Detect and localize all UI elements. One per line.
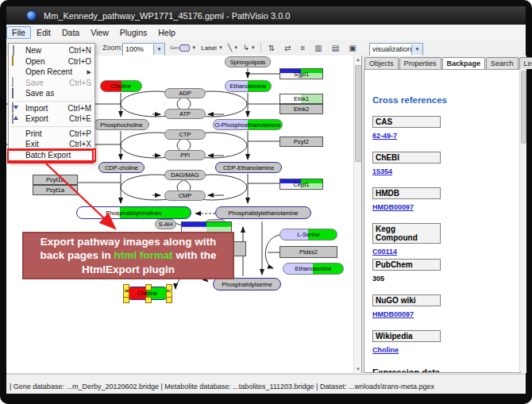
xref-database-name: Kegg Compound: [372, 223, 441, 244]
stack-horizontal-button[interactable]: ▥: [312, 40, 324, 55]
file-menu-item-exit[interactable]: ExitCtrl+X: [9, 139, 94, 150]
selection-handle[interactable]: [166, 284, 172, 290]
menu-item-shortcut: Ctrl+X: [69, 140, 91, 148]
menu-file[interactable]: File: [6, 26, 31, 39]
draw-connector-button[interactable]: ↳▼: [241, 40, 258, 55]
add-label-button[interactable]: Label▼: [199, 40, 226, 55]
draw-line-button[interactable]: ╲▼: [226, 40, 241, 55]
menu-item-shortcut: Ctrl+O: [68, 57, 91, 66]
ethanolamine-node[interactable]: Ethanolamine: [225, 80, 272, 92]
distribute-vertical-icon: ▤: [332, 44, 339, 52]
ppi-node[interactable]: PPi: [164, 150, 206, 160]
file-menu-item-import[interactable]: ImportCtrl+M: [9, 103, 94, 114]
selection-handle[interactable]: [166, 297, 172, 303]
xref-link[interactable]: HMDB00097: [372, 203, 515, 211]
backpage-scrollbar[interactable]: [519, 69, 526, 371]
zoom-dropdown-arrow[interactable]: ▼: [153, 44, 164, 55]
s-ah-node[interactable]: S-AH: [155, 219, 176, 229]
menu-plugins[interactable]: Plugins: [114, 26, 152, 39]
etnk2-node[interactable]: Etnk2: [279, 104, 323, 114]
etnk1-node[interactable]: Etnk1: [279, 94, 323, 104]
cdp-ethanolamine-node[interactable]: CDP-Ethanolamine: [215, 162, 282, 173]
selection-handle[interactable]: [123, 284, 129, 290]
cmp-node[interactable]: CMP: [164, 190, 206, 201]
atp-node[interactable]: ATP: [164, 109, 206, 119]
xref-section-nugo-wiki: NuGO wikiHMDB00097: [372, 294, 515, 318]
selection-handle[interactable]: [145, 297, 152, 303]
menu-item-label: Save: [25, 79, 64, 87]
status-bar: | Gene database: ...m_Derby_20120602.bri…: [6, 374, 526, 394]
dag-mag-node[interactable]: DAG/MAG: [164, 170, 206, 180]
submenu-arrow-icon: ▶: [87, 69, 91, 75]
xref-link[interactable]: 15354: [372, 167, 515, 175]
menu-view[interactable]: View: [85, 26, 114, 39]
visualization-select[interactable]: visualization ▼: [369, 43, 423, 56]
tab-properties[interactable]: Properties: [399, 57, 441, 69]
phosphatidylserine-node[interactable]: Phosphatidylserine: [213, 278, 281, 290]
align-center-vertical-button[interactable]: ⇅: [266, 40, 277, 55]
file-menu-item-save-as[interactable]: Save as: [9, 88, 94, 99]
pcyt1a-node[interactable]: Pcyt1a: [33, 185, 78, 195]
stack-vertical-button[interactable]: ≡: [298, 40, 307, 55]
cross-references-heading: Cross references: [372, 95, 447, 105]
visualization-dropdown-arrow[interactable]: ▼: [411, 44, 422, 55]
file-menu-item-open[interactable]: OpenCtrl+O: [9, 56, 94, 67]
ethanolamine-2-node[interactable]: Ethanolamine: [283, 263, 344, 275]
xref-link[interactable]: Choline: [372, 346, 515, 354]
tab-search[interactable]: Search: [486, 57, 519, 69]
xref-database-name: Wikipedia: [372, 330, 441, 342]
selection-handle[interactable]: [145, 284, 152, 290]
cept1-node[interactable]: Cept1: [279, 179, 323, 190]
title-bar[interactable]: Mm_Kennedy_pathway_WP1771_45176.gpml - P…: [6, 6, 526, 25]
phosphocholine-node[interactable]: Phosphocholine: [94, 119, 149, 130]
menu-item-label: Save as: [25, 89, 87, 98]
menu-item-label: New: [25, 46, 64, 55]
file-menu-item-save[interactable]: SaveCtrl+S: [9, 78, 94, 89]
pcyt2-node[interactable]: Pcyt2: [279, 137, 323, 147]
backpage-scroll-thumb[interactable]: [521, 71, 526, 144]
open-folder-icon: [11, 56, 22, 66]
xref-link[interactable]: HMDB00097: [372, 310, 515, 318]
screenshot-stage: Mm_Kennedy_pathway_WP1771_45176.gpml - P…: [0, 0, 532, 404]
o-phosphoethanolamine-node[interactable]: O-Phosphoethanolamine: [213, 119, 283, 130]
phosphatidylethanolamine-node[interactable]: Phosphatidylethanolamine: [215, 206, 311, 219]
align-center-horizontal-icon: ⇄: [284, 44, 291, 52]
tab-objects[interactable]: Objects: [364, 57, 399, 69]
open-folder-glyph: [12, 56, 13, 66]
callout-highlight-text: html format: [114, 249, 173, 261]
menu-bar: FileEditDataViewPluginsHelp: [6, 25, 526, 40]
adp-node[interactable]: ADP: [164, 88, 206, 98]
phosphatidylcholines-node[interactable]: Phosphatidylcholines: [76, 206, 191, 219]
ctp-node[interactable]: CTP: [164, 129, 206, 140]
zoom-combobox[interactable]: 100% ▼: [122, 43, 165, 56]
selection-handle[interactable]: [123, 297, 129, 303]
file-menu-item-open-recent[interactable]: Open Recent▶: [9, 67, 94, 78]
pcyt1b-node[interactable]: Pcyt1b: [33, 175, 78, 185]
side-panel-tabs: ObjectsPropertiesBackpageSearchLegend: [364, 57, 532, 69]
distribute-vertical-button[interactable]: ▤: [330, 40, 341, 55]
choline-node[interactable]: Choline: [100, 80, 142, 92]
align-center-horizontal-button[interactable]: ⇄: [282, 40, 293, 55]
distribute-horizontal-button[interactable]: ▣: [346, 40, 358, 55]
callout-text: Export pathway images along with back pa…: [29, 235, 228, 277]
menu-edit[interactable]: Edit: [31, 26, 56, 39]
cdp-choline-node[interactable]: CDP-choline: [98, 162, 145, 173]
sgpl1-node[interactable]: Sgpl1: [279, 68, 323, 79]
file-menu-item-print[interactable]: PrintCtrl+P: [9, 129, 94, 140]
save-as-icon: [11, 89, 22, 98]
menu-item-shortcut: Ctrl+N: [68, 46, 91, 55]
xref-link[interactable]: C00114: [372, 248, 515, 256]
import-icon: [11, 103, 22, 113]
tab-backpage[interactable]: Backpage: [442, 57, 486, 69]
l-serine-node[interactable]: L-Serine: [279, 229, 337, 240]
line-icon: ╲: [228, 44, 232, 52]
menu-help[interactable]: Help: [152, 26, 181, 39]
xref-link[interactable]: 62-49-7: [372, 132, 515, 140]
file-menu-item-export[interactable]: ExportCtrl+E: [9, 114, 94, 125]
file-menu-item-new[interactable]: NewCtrl+N: [9, 45, 94, 56]
add-datanode-button[interactable]: Gen▼: [168, 40, 199, 55]
tab-legend[interactable]: Legend: [519, 57, 532, 69]
sphingolipids-node[interactable]: Sphingolipids: [225, 56, 271, 67]
menu-data[interactable]: Data: [56, 26, 85, 39]
ptdss2-node[interactable]: Ptdss2: [279, 246, 337, 258]
